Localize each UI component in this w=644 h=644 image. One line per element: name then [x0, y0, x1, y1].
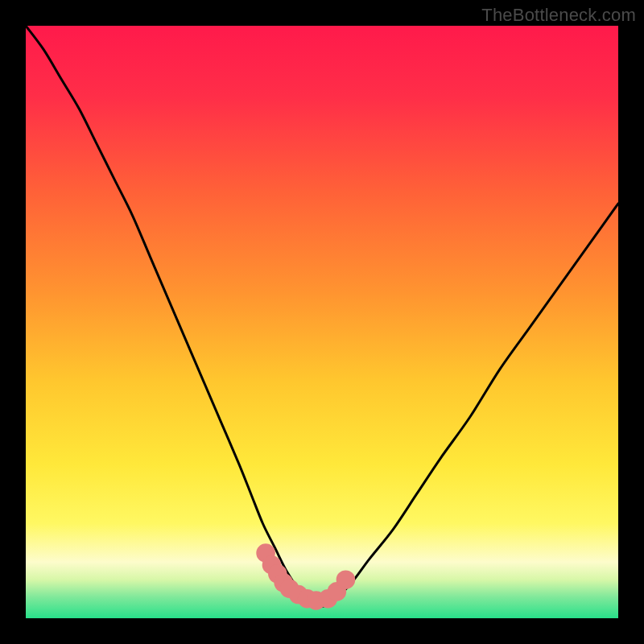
optimal-dot [336, 570, 356, 589]
chart-frame: TheBottleneck.com [0, 0, 644, 644]
gradient-background [26, 26, 618, 618]
watermark-text: TheBottleneck.com [481, 5, 636, 26]
bottleneck-chart [26, 26, 618, 618]
plot-area [26, 26, 618, 618]
